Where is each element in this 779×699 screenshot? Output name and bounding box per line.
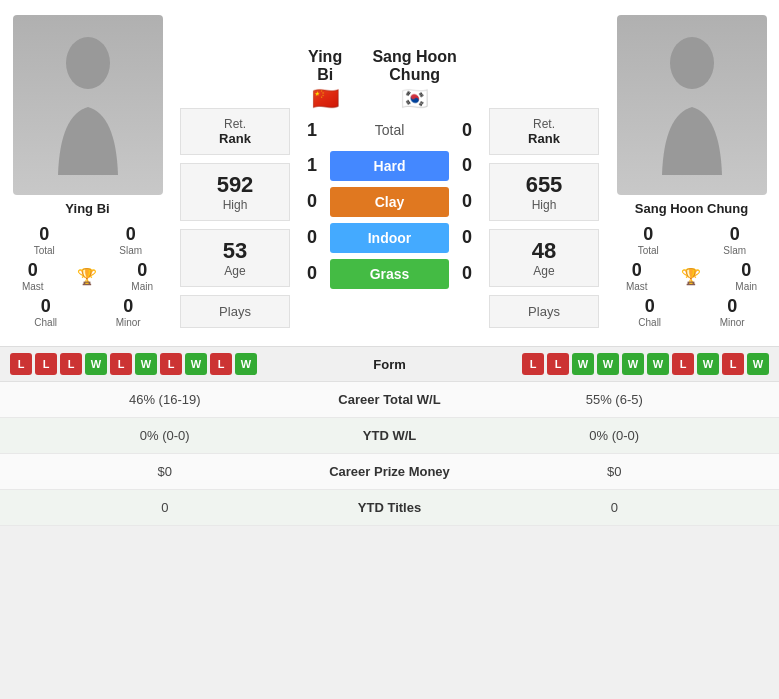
left-mast-label: Mast: [22, 281, 44, 292]
right-form-badge: W: [747, 353, 769, 375]
indoor-surface-row: 0 Indoor 0: [300, 223, 479, 253]
grass-surface-btn: Grass: [330, 259, 449, 289]
left-ret-label: Ret.: [224, 117, 246, 131]
right-chall-row: 0 Chall 0 Minor: [609, 296, 774, 328]
right-mast-stat: 0 Mast: [626, 260, 648, 292]
career-stats-container: 46% (16-19) Career Total W/L 55% (6-5) 0…: [0, 382, 779, 526]
right-rank-label: Rank: [528, 131, 560, 146]
right-total-stat: 0 Total: [609, 224, 688, 256]
right-chall-value: 0: [645, 296, 655, 317]
left-form-badge: W: [85, 353, 107, 375]
indoor-left-score: 0: [300, 227, 324, 248]
hard-left-score: 1: [300, 155, 324, 176]
left-total-stat: 0 Total: [5, 224, 84, 256]
left-form-badge: L: [60, 353, 82, 375]
right-trophy-row: 0 Mast 🏆 0 Main: [609, 260, 774, 292]
right-mast-value: 0: [632, 260, 642, 281]
right-form-badge: L: [722, 353, 744, 375]
left-age-label: Age: [224, 264, 245, 278]
career-right-3: 0: [470, 500, 760, 515]
right-plays-label: Plays: [528, 304, 560, 319]
right-total-value: 0: [643, 224, 653, 245]
left-avatar: [13, 15, 163, 195]
right-player-name-center: Sang Hoon Chung: [372, 48, 456, 83]
right-age-label: Age: [533, 264, 554, 278]
right-plays-box: Plays: [489, 295, 599, 328]
left-trophy-row: 0 Mast 🏆 0 Main: [5, 260, 170, 292]
right-form-badge: W: [697, 353, 719, 375]
right-high-box: 655 High: [489, 163, 599, 221]
clay-left-score: 0: [300, 191, 324, 212]
svg-point-0: [66, 37, 110, 89]
right-slam-value: 0: [730, 224, 740, 245]
trophy-icon-right: 🏆: [681, 267, 701, 286]
form-row: LLLWLWLWLW Form LLWWWWLWLW: [0, 347, 779, 382]
top-section: Ying Bi 0 Total 0 Slam 0 Mast 🏆 0: [0, 0, 779, 338]
left-minor-stat: 0 Minor: [116, 296, 141, 328]
grass-right-score: 0: [455, 263, 479, 284]
career-left-3: 0: [20, 500, 310, 515]
indoor-right-score: 0: [455, 227, 479, 248]
career-right-2: $0: [470, 464, 760, 479]
form-badges-right: LLWWWWLWLW: [440, 353, 770, 375]
left-minor-value: 0: [123, 296, 133, 317]
indoor-surface-btn: Indoor: [330, 223, 449, 253]
left-avatar-silhouette: [13, 15, 163, 195]
left-plays-box: Plays: [180, 295, 290, 328]
right-chall-label: Chall: [638, 317, 661, 328]
left-name-center: Ying Bi 🇨🇳: [300, 48, 350, 112]
career-stat-row: 0 YTD Titles 0: [0, 490, 779, 526]
left-chall-value: 0: [41, 296, 51, 317]
main-container: Ying Bi 0 Total 0 Slam 0 Mast 🏆 0: [0, 0, 779, 526]
career-right-0: 55% (6-5): [470, 392, 760, 407]
center-panel: Ying Bi 🇨🇳 Sang Hoon Chung 🇰🇷 1 Total 0 …: [295, 10, 484, 328]
right-slam-label: Slam: [723, 245, 746, 256]
left-form-badge: L: [210, 353, 232, 375]
career-left-1: 0% (0-0): [20, 428, 310, 443]
right-form-badge: L: [547, 353, 569, 375]
left-player-panel: Ying Bi 0 Total 0 Slam 0 Mast 🏆 0: [0, 10, 175, 328]
total-left-score: 1: [300, 120, 324, 141]
total-label: Total: [330, 122, 449, 138]
left-player-name-center: Ying Bi: [308, 48, 342, 83]
total-row: 1 Total 0: [300, 120, 479, 141]
career-stat-row: 0% (0-0) YTD W/L 0% (0-0): [0, 418, 779, 454]
left-slam-label: Slam: [119, 245, 142, 256]
left-high-label: High: [223, 198, 248, 212]
hard-right-score: 0: [455, 155, 479, 176]
left-middle-panel: Ret. Rank 592 High 53 Age Plays: [175, 10, 295, 328]
left-form-badge: L: [10, 353, 32, 375]
career-center-0: Career Total W/L: [310, 392, 470, 407]
right-age-box: 48 Age: [489, 229, 599, 287]
career-stat-row: 46% (16-19) Career Total W/L 55% (6-5): [0, 382, 779, 418]
right-rank-box: Ret. Rank: [489, 108, 599, 155]
right-chall-stat: 0 Chall: [638, 296, 661, 328]
grass-surface-row: 0 Grass 0: [300, 259, 479, 289]
left-age-box: 53 Age: [180, 229, 290, 287]
right-player-panel: Sang Hoon Chung 0 Total 0 Slam 0 Mast 🏆: [604, 10, 779, 328]
left-main-value: 0: [137, 260, 147, 281]
left-rank-box: Ret. Rank: [180, 108, 290, 155]
total-right-score: 0: [455, 120, 479, 141]
left-age-value: 53: [223, 238, 247, 264]
trophy-icon-left: 🏆: [77, 267, 97, 286]
left-stats-grid: 0 Total 0 Slam: [5, 224, 170, 256]
right-high-value: 655: [526, 172, 563, 198]
hard-surface-row: 1 Hard 0: [300, 151, 479, 181]
left-avatar-svg: [48, 35, 128, 175]
right-middle-panel: Ret. Rank 655 High 48 Age Plays: [484, 10, 604, 328]
career-center-1: YTD W/L: [310, 428, 470, 443]
left-mast-value: 0: [28, 260, 38, 281]
right-slam-stat: 0 Slam: [696, 224, 775, 256]
right-form-badge: L: [522, 353, 544, 375]
left-rank-label: Rank: [219, 131, 251, 146]
left-minor-label: Minor: [116, 317, 141, 328]
right-form-badge: W: [647, 353, 669, 375]
right-mast-label: Mast: [626, 281, 648, 292]
left-slam-value: 0: [126, 224, 136, 245]
form-badges-left: LLLWLWLWLW: [10, 353, 340, 375]
right-form-badge: L: [672, 353, 694, 375]
form-label: Form: [340, 357, 440, 372]
right-age-value: 48: [532, 238, 556, 264]
left-form-badge: W: [135, 353, 157, 375]
